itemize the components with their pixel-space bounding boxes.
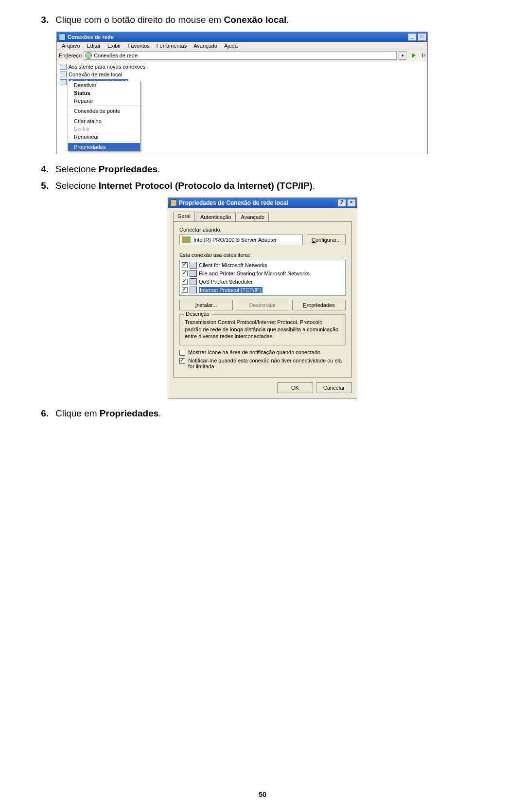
show-icon-label: Mostrar ícone na área de notificação qua… (188, 349, 320, 355)
ctx-reparar[interactable]: Reparar (68, 97, 140, 105)
step-6-text-a: Clique em (55, 408, 100, 418)
lan-properties-dialog: Propriedades de Conexão de rede local ? … (168, 198, 357, 399)
checkbox-icon[interactable] (179, 350, 185, 356)
checkbox-icon[interactable] (182, 279, 188, 285)
notify-checkbox-row[interactable]: Notificar-me quando esta conexão não tiv… (179, 358, 346, 369)
adapter-name: Intel(R) PRO/100 S Server Adapter (193, 237, 277, 243)
document-page: 3. Clique com o botão direito do mouse e… (0, 0, 525, 420)
step-3-text: Clique com o botão direito do mouse em C… (55, 14, 486, 27)
ctx-separator (69, 106, 139, 106)
list-item[interactable]: QoS Packet Scheduler (181, 278, 344, 286)
show-icon-checkbox-row[interactable]: Mostrar ícone na área de notificação qua… (179, 349, 346, 356)
page-number: 50 (0, 791, 525, 798)
step-4-number: 4. (39, 163, 55, 176)
step-4-text-a: Selecione (55, 164, 99, 174)
menu-favoritos[interactable]: Favoritos (128, 43, 150, 49)
minimize-button[interactable]: _ (408, 33, 417, 41)
ok-button[interactable]: OK (277, 382, 313, 393)
connect-using-label: Conectar usando: (179, 227, 346, 233)
tab-avancado[interactable]: Avançado (237, 213, 269, 221)
ctx-excluir: Excluir (68, 125, 140, 133)
tree-item-wizard[interactable]: Assistente para novas conexões (60, 63, 424, 71)
tree-item-lan1[interactable]: Conexão de rede local (60, 71, 424, 78)
ctx-separator (69, 142, 139, 142)
step-4-text-c: . (158, 164, 160, 174)
step-3-text-bold: Conexão local (224, 15, 286, 25)
window-titlebar: Conexões de rede _ □ (57, 32, 427, 42)
address-bar: Endereço Conexões de rede ▾ Ir (57, 50, 427, 61)
go-label: Ir (422, 53, 425, 58)
address-input[interactable]: Conexões de rede (84, 51, 397, 60)
step-6-text-bold: Propriedades (100, 408, 158, 418)
step-5-text-a: Selecione (55, 180, 99, 191)
tab-panel: Conectar usando: Intel(R) PRO/100 S Serv… (173, 221, 352, 378)
go-arrow-icon (412, 53, 416, 58)
checkbox-icon[interactable] (182, 262, 188, 268)
address-value: Conexões de rede (94, 53, 138, 58)
content-area: Assistente para novas conexões Conexão d… (57, 61, 427, 154)
help-button[interactable]: ? (337, 199, 346, 207)
checkbox-icon[interactable] (182, 287, 188, 293)
protocol-icon (190, 287, 197, 293)
description-text: Transmission Control Protocol/Internet P… (185, 319, 340, 341)
ctx-ponte[interactable]: Conexões de ponte (68, 107, 140, 115)
configure-button[interactable]: Configurar... (307, 235, 346, 245)
step-4: 4. Selecione Propriedades. (39, 163, 486, 176)
adapter-field: Intel(R) PRO/100 S Server Adapter (179, 235, 303, 245)
list-item-label: Client for Microsoft Networks (199, 262, 267, 268)
tab-row: Geral Autenticação Avançado (168, 208, 357, 221)
ctx-criar-atalho[interactable]: Criar atalho (68, 117, 140, 125)
tree-item-label: Conexão de rede local (69, 72, 122, 77)
tab-autenticacao[interactable]: Autenticação (196, 213, 236, 221)
go-button[interactable] (408, 51, 419, 60)
step-5-number: 5. (39, 180, 55, 193)
maximize-button[interactable]: □ (418, 33, 426, 41)
step-5-text-c: . (313, 180, 315, 191)
adapter-row: Intel(R) PRO/100 S Server Adapter Config… (179, 235, 346, 245)
list-item-selected-label: Internet Protocol (TCP/IP) (199, 287, 262, 293)
description-group: Descrição Transmission Control Protocol/… (179, 314, 346, 346)
checkbox-icon[interactable] (182, 271, 188, 276)
tab-geral[interactable]: Geral (173, 212, 195, 221)
window-title: Conexões de rede (68, 34, 114, 40)
lan-icon (60, 79, 67, 85)
menu-exibir[interactable]: Exibir (107, 43, 121, 49)
list-button-row: Instalar... Desinstalar Propriedades (179, 300, 346, 310)
step-6: 6. Clique em Propriedades. (39, 407, 486, 420)
ctx-separator (69, 116, 139, 116)
close-button[interactable]: × (347, 199, 356, 207)
menu-ferramentas[interactable]: Ferramentas (157, 43, 187, 49)
step-6-text-c: . (158, 408, 161, 418)
step-3-text-a: Clique com o botão direito do mouse em (55, 15, 224, 25)
service-icon (190, 278, 197, 285)
properties-button[interactable]: Propriedades (292, 300, 346, 310)
ctx-renomear[interactable]: Renomear (68, 133, 140, 141)
ctx-propriedades[interactable]: Propriedades (68, 143, 140, 151)
step-6-text: Clique em Propriedades. (55, 407, 486, 420)
items-label: Esta conexão usa estes itens: (179, 252, 346, 258)
menu-avancado[interactable]: Avançado (193, 43, 217, 49)
uninstall-button: Desinstalar (236, 300, 289, 310)
context-menu: Desativar Status Reparar Conexões de pon… (68, 81, 140, 151)
ctx-desativar[interactable]: Desativar (68, 81, 140, 89)
tree-item-label: Assistente para novas conexões (69, 64, 145, 70)
step-3-text-c: . (286, 15, 289, 25)
install-button[interactable]: Instalar... (179, 300, 233, 310)
address-dropdown-button[interactable]: ▾ (399, 51, 406, 60)
step-3-number: 3. (39, 14, 55, 27)
list-item[interactable]: File and Printer Sharing for Microsoft N… (181, 270, 344, 278)
menu-arquivo[interactable]: Arquivo (62, 43, 80, 49)
list-item[interactable]: Client for Microsoft Networks (181, 261, 344, 270)
step-6-number: 6. (39, 407, 55, 420)
network-places-icon (85, 52, 92, 59)
menu-ajuda[interactable]: Ajuda (224, 43, 238, 49)
items-listbox[interactable]: Client for Microsoft Networks File and P… (179, 260, 346, 296)
cancel-button[interactable]: Cancelar (316, 382, 352, 393)
ctx-status[interactable]: Status (68, 89, 140, 97)
network-icon (59, 34, 66, 40)
checkbox-icon[interactable] (179, 358, 185, 364)
service-icon (190, 270, 197, 277)
list-item-selected[interactable]: Internet Protocol (TCP/IP) (181, 286, 344, 294)
lan-icon (60, 72, 67, 77)
menu-editar[interactable]: Editar (87, 43, 101, 49)
